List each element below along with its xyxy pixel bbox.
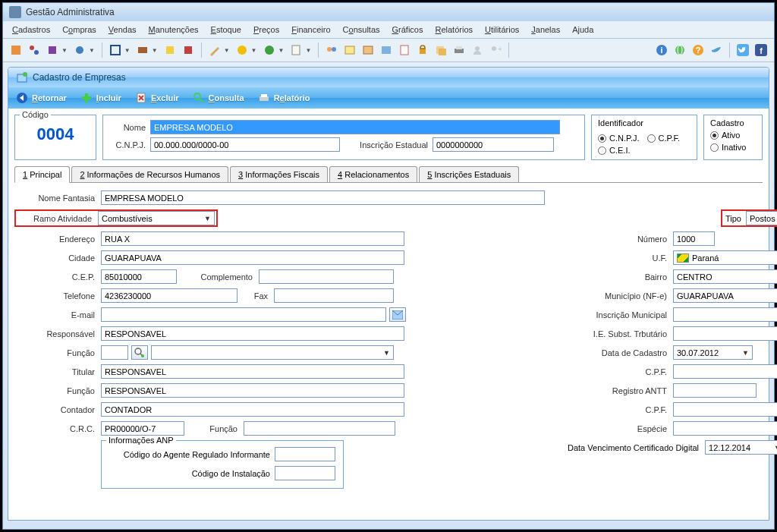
email-button[interactable] [389,307,406,322]
relatorio-button[interactable]: Relatório [258,92,310,104]
venc-cert-select[interactable]: 12.12.2014▼ [705,440,777,455]
tb-btn-10[interactable] [234,42,250,58]
dropdown-icon[interactable]: ▼ [251,47,257,54]
radio-cpf[interactable] [647,134,656,143]
tb-info-icon[interactable]: i [653,42,670,58]
radio-inativo[interactable] [710,143,719,152]
tab-inscest[interactable]: 5 Inscrições Estaduais [419,166,519,182]
cidade-input[interactable] [101,250,404,265]
menu-precos[interactable]: Preços [249,24,284,36]
tb-bird-icon[interactable] [708,42,725,58]
fax-input[interactable] [274,288,394,303]
incluir-button[interactable]: Incluir [80,92,121,104]
menu-estoque[interactable]: Estoque [206,24,246,36]
retornar-button[interactable]: Retornar [16,92,67,104]
uf-select[interactable]: Paraná▼ [673,250,777,265]
tb-btn-14[interactable] [341,42,358,58]
anp-instalacao-input[interactable] [275,466,335,480]
menu-consultas[interactable]: Consultas [338,24,385,36]
tb-globe-icon[interactable] [672,42,688,58]
tb-twitter-icon[interactable] [735,42,751,58]
endereco-input[interactable] [101,231,404,246]
nome-fantasia-input[interactable] [101,190,545,205]
menu-manutencoes[interactable]: Manutenções [144,24,203,36]
tab-rh[interactable]: 2 Informações de Recursos Humanos [71,166,228,182]
tb-btn-5[interactable] [107,42,124,58]
tb-btn-19[interactable] [433,42,449,58]
menu-vendas[interactable]: Vendas [104,24,141,36]
datacad-select[interactable]: 30.07.2012▼ [673,345,753,360]
tb-btn-7[interactable] [162,42,178,58]
menu-janelas[interactable]: Janelas [527,24,565,36]
dropdown-icon[interactable]: ▼ [61,47,68,54]
responsavel-input[interactable] [101,326,404,341]
anp-codigo-input[interactable] [275,447,335,461]
funcao3-input[interactable] [244,421,395,436]
dropdown-icon[interactable]: ▼ [224,47,230,54]
tb-btn-17[interactable] [396,42,413,58]
tab-fiscais[interactable]: 3 Informações Fiscais [230,166,328,182]
telefone-input[interactable] [101,288,238,303]
cpf1-input[interactable] [673,364,777,379]
tb-btn-2[interactable] [26,42,42,58]
menu-utilitarios[interactable]: Utilitários [480,24,524,36]
funcao1-desc-select[interactable]: ▼ [151,345,394,360]
tb-btn-3[interactable] [44,42,61,58]
tb-btn-8[interactable] [180,42,197,58]
menu-cadastros[interactable]: Cadastros [8,24,55,36]
dropdown-icon[interactable]: ▼ [305,47,311,54]
menu-financeiro[interactable]: Financeiro [287,24,335,36]
nome-input[interactable] [150,120,560,134]
tb-help-icon[interactable]: ? [690,42,706,58]
email-input[interactable] [101,307,386,322]
tb-btn-9[interactable] [206,42,223,58]
radio-ativo[interactable] [710,131,719,140]
tb-btn-4[interactable] [71,42,88,58]
radio-cei[interactable] [598,146,606,155]
tb-btn-21[interactable] [469,42,486,58]
tb-btn-22[interactable]: + [487,42,504,58]
dropdown-icon[interactable]: ▼ [278,47,285,54]
tab-principal[interactable]: 1 Principal [14,166,70,183]
tb-btn-11[interactable] [261,42,278,58]
cep-input[interactable] [101,269,177,284]
cnpj-input[interactable] [150,137,340,152]
consulta-button[interactable]: Consulta [193,92,244,104]
inscest-input[interactable] [433,137,554,152]
tb-btn-16[interactable] [378,42,395,58]
regantt-input[interactable] [673,383,757,398]
tb-btn-13[interactable] [323,42,340,58]
funcao2-input[interactable] [101,383,404,398]
crc-input[interactable] [101,421,184,436]
iesubst-input[interactable] [673,326,777,341]
dropdown-icon[interactable]: ▼ [89,47,95,54]
municipio-nfe-select[interactable]: GUARAPUAVA▼ [673,288,777,303]
tb-btn-20[interactable] [451,42,467,58]
funcao1-search-button[interactable] [131,345,148,360]
tb-btn-12[interactable] [288,42,304,58]
tb-btn-6[interactable] [134,42,151,58]
inscmun-input[interactable] [673,307,777,322]
complemento-input[interactable] [259,269,394,284]
tb-btn-18[interactable] [414,42,431,58]
radio-cnpj[interactable] [598,134,606,143]
menu-graficos[interactable]: Gráficos [388,24,428,36]
tipo-select[interactable]: Postos de Combustíve▼ [746,211,777,225]
contador-input[interactable] [101,402,404,417]
numero-input[interactable] [673,231,715,246]
tab-relacionamentos[interactable]: 4 Relacionamentos [329,166,417,182]
tb-facebook-icon[interactable]: f [753,42,769,58]
titular-input[interactable] [101,364,404,379]
cpf2-input[interactable] [673,402,777,417]
menu-relatorios[interactable]: Relatórios [430,24,477,36]
dropdown-icon[interactable]: ▼ [152,47,158,54]
menu-ajuda[interactable]: Ajuda [568,24,598,36]
menu-compras[interactable]: Compras [58,24,101,36]
excluir-button[interactable]: Excluir [135,92,179,104]
ramo-select[interactable]: Combustíveis▼ [98,211,215,225]
dropdown-icon[interactable]: ▼ [124,47,131,54]
tb-btn-1[interactable] [8,42,24,58]
tb-btn-15[interactable] [360,42,376,58]
especie-input[interactable] [673,421,777,436]
funcao1-code-input[interactable] [101,345,128,360]
